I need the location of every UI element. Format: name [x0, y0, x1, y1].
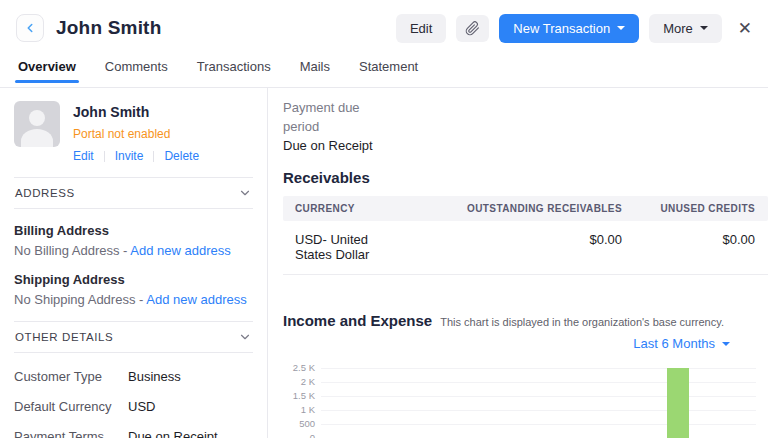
profile-block: John Smith Portal not enabled Edit Invit… [14, 88, 253, 163]
add-shipping-address-link[interactable]: Add new address [146, 292, 246, 307]
caret-down-icon [700, 26, 708, 30]
currency-cell: USD- United States Dollar [283, 232, 407, 262]
invite-link[interactable]: Invite [115, 149, 144, 163]
caret-down-icon [617, 26, 625, 30]
payment-terms-label: Payment Terms [14, 429, 128, 438]
person-icon [29, 110, 45, 126]
chevron-down-icon[interactable] [238, 330, 252, 344]
more-label: More [663, 21, 693, 36]
paperclip-icon [465, 21, 480, 36]
outstanding-cell: $0.00 [407, 232, 622, 262]
payment-terms-row: Payment Terms Due on Receipt [14, 429, 253, 438]
ytick: 500 [299, 418, 315, 429]
chart-plot-area [321, 368, 756, 438]
shipping-address-empty: No Shipping Address - Add new address [14, 292, 253, 307]
payment-due-value: Due on Receipt [283, 136, 768, 155]
caret-down-icon [722, 342, 730, 346]
tab-transactions[interactable]: Transactions [196, 56, 272, 83]
default-currency-label: Default Currency [14, 399, 128, 414]
ytick: 1 K [301, 404, 315, 415]
profile-info: John Smith Portal not enabled Edit Invit… [73, 101, 199, 163]
range-selector[interactable]: Last 6 Months [633, 336, 730, 351]
address-section-title: ADDRESS [15, 187, 75, 199]
customer-type-row: Customer Type Business [14, 369, 253, 384]
tab-mails[interactable]: Mails [299, 56, 331, 83]
portal-status-text: Portal not enabled [73, 127, 199, 141]
customer-name: John Smith [73, 104, 199, 120]
customer-sidebar: John Smith Portal not enabled Edit Invit… [0, 88, 268, 438]
profile-actions: Edit Invite Delete [73, 149, 199, 163]
close-button[interactable]: ✕ [738, 20, 752, 37]
chevron-left-icon [23, 21, 37, 35]
other-details-section-title: OTHER DETAILS [15, 331, 113, 343]
customer-type-label: Customer Type [14, 369, 128, 384]
other-details-section-header[interactable]: OTHER DETAILS [14, 321, 253, 353]
ytick: 2 K [301, 376, 315, 387]
table-row: USD- United States Dollar $0.00 $0.00 [283, 221, 768, 275]
back-button[interactable] [16, 14, 44, 42]
new-transaction-label: New Transaction [513, 21, 610, 36]
payment-due-label: Payment due period [283, 98, 383, 136]
overview-panel: Payment due period Due on Receipt Receiv… [268, 88, 768, 438]
col-outstanding-receivables: OUTSTANDING RECEIVABLES [407, 203, 622, 214]
default-currency-value: USD [128, 399, 155, 414]
more-button[interactable]: More [649, 14, 722, 43]
billing-address-label: Billing Address [14, 223, 253, 238]
tab-bar: Overview Comments Transactions Mails Sta… [0, 56, 768, 88]
ytick: 0 [310, 432, 315, 438]
income-expense-chart: 2.5 K 2 K 1.5 K 1 K 500 0 [283, 368, 768, 438]
billing-address-empty: No Billing Address - Add new address [14, 243, 253, 258]
unused-credits-cell: $0.00 [622, 232, 768, 262]
ytick: 1.5 K [293, 390, 315, 401]
other-details-rows: Customer Type Business Default Currency … [14, 369, 253, 438]
payment-due-block: Payment due period Due on Receipt [283, 98, 768, 155]
page-header: John Smith Edit New Transaction More ✕ [0, 0, 768, 56]
col-currency: CURRENCY [283, 203, 407, 214]
tab-comments[interactable]: Comments [104, 56, 169, 83]
tab-statement[interactable]: Statement [358, 56, 419, 83]
page-title: John Smith [56, 17, 161, 39]
delete-link[interactable]: Delete [164, 149, 199, 163]
new-transaction-button[interactable]: New Transaction [499, 14, 639, 43]
default-currency-row: Default Currency USD [14, 399, 253, 414]
ytick: 2.5 K [293, 362, 315, 373]
customer-type-value: Business [128, 369, 181, 384]
income-expense-title: Income and Expense [283, 312, 432, 329]
chart-y-axis: 2.5 K 2 K 1.5 K 1 K 500 0 [283, 368, 321, 438]
chevron-down-icon[interactable] [238, 186, 252, 200]
range-selector-row: Last 6 Months [283, 336, 768, 351]
receivables-table: CURRENCY OUTSTANDING RECEIVABLES UNUSED … [283, 196, 768, 275]
edit-link[interactable]: Edit [73, 149, 94, 163]
income-expense-header: Income and Expense This chart is display… [283, 312, 768, 329]
edit-button[interactable]: Edit [396, 14, 446, 43]
address-section-header[interactable]: ADDRESS [14, 177, 253, 209]
income-bar[interactable] [667, 368, 689, 438]
receivables-title: Receivables [283, 169, 768, 186]
attachment-button[interactable] [456, 15, 489, 42]
content-area: John Smith Portal not enabled Edit Invit… [0, 88, 768, 438]
header-actions: Edit New Transaction More ✕ [396, 14, 752, 43]
add-billing-address-link[interactable]: Add new address [130, 243, 230, 258]
shipping-address-label: Shipping Address [14, 272, 253, 287]
payment-terms-value: Due on Receipt [128, 429, 218, 438]
tab-overview[interactable]: Overview [17, 56, 77, 83]
avatar [14, 101, 60, 147]
col-unused-credits: UNUSED CREDITS [622, 203, 768, 214]
receivables-table-header: CURRENCY OUTSTANDING RECEIVABLES UNUSED … [283, 196, 768, 221]
income-expense-subtitle: This chart is displayed in the organizat… [440, 316, 724, 328]
